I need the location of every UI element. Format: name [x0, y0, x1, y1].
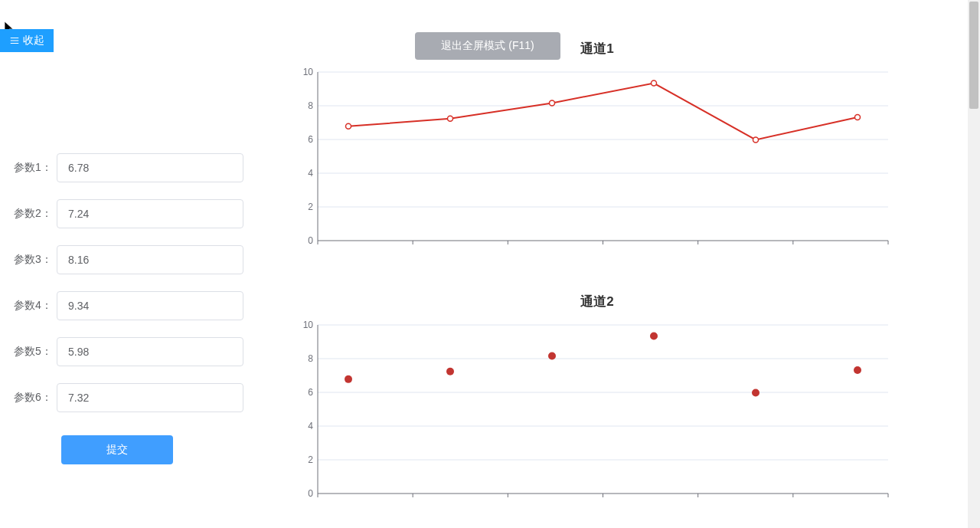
chart-1-svg: 0246810: [291, 34, 903, 256]
param-label: 参数2：: [14, 207, 57, 221]
params-panel: 参数1： 参数2： 参数3： 参数4： 参数5： 参数6： 提交: [14, 153, 243, 464]
param-input-6[interactable]: [57, 383, 243, 412]
scrollbar[interactable]: [968, 0, 980, 528]
chart-1: 通道1 0246810: [291, 34, 903, 256]
param-label: 参数3：: [14, 253, 57, 267]
svg-text:0: 0: [308, 488, 313, 499]
svg-text:8: 8: [308, 100, 313, 111]
svg-point-24: [753, 137, 759, 143]
svg-point-20: [346, 123, 351, 129]
param-row-5: 参数5：: [14, 337, 243, 366]
svg-point-25: [855, 114, 861, 120]
chart-2: 通道2 0246810: [291, 287, 903, 509]
svg-point-21: [448, 116, 453, 121]
param-input-1[interactable]: [57, 153, 243, 182]
svg-text:8: 8: [308, 353, 313, 364]
param-input-2[interactable]: [57, 199, 243, 228]
svg-point-51: [854, 366, 861, 374]
param-label: 参数4：: [14, 299, 57, 313]
param-row-3: 参数3：: [14, 245, 243, 274]
param-input-4[interactable]: [57, 291, 243, 320]
param-label: 参数6：: [14, 391, 57, 405]
param-label: 参数1：: [14, 161, 57, 175]
svg-point-22: [550, 100, 555, 106]
param-label: 参数5：: [14, 345, 57, 359]
svg-point-48: [548, 352, 556, 359]
svg-point-46: [345, 376, 352, 383]
svg-text:2: 2: [308, 202, 313, 212]
svg-point-50: [752, 389, 760, 396]
svg-text:6: 6: [308, 387, 313, 398]
svg-text:2: 2: [308, 454, 313, 465]
menu-icon: [9, 35, 20, 46]
collapse-label: 收起: [23, 34, 44, 48]
svg-text:6: 6: [308, 134, 313, 145]
svg-text:4: 4: [308, 168, 313, 179]
svg-point-49: [650, 333, 658, 340]
param-row-2: 参数2：: [14, 199, 243, 228]
param-input-5[interactable]: [57, 337, 243, 366]
param-row-4: 参数4：: [14, 291, 243, 320]
svg-point-23: [652, 80, 657, 86]
svg-text:10: 10: [303, 320, 314, 330]
scrollbar-thumb[interactable]: [969, 2, 978, 109]
svg-text:10: 10: [303, 67, 314, 77]
param-row-6: 参数6：: [14, 383, 243, 412]
chart-2-svg: 0246810: [291, 287, 903, 509]
submit-label: 提交: [106, 443, 128, 455]
svg-point-47: [446, 368, 454, 376]
collapse-button[interactable]: 收起: [0, 29, 54, 52]
submit-button[interactable]: 提交: [61, 435, 173, 464]
svg-text:0: 0: [308, 235, 313, 246]
param-input-3[interactable]: [57, 245, 243, 274]
svg-text:4: 4: [308, 421, 313, 431]
chart-1-title: 通道1: [291, 40, 903, 57]
chart-2-title: 通道2: [291, 293, 903, 310]
param-row-1: 参数1：: [14, 153, 243, 182]
